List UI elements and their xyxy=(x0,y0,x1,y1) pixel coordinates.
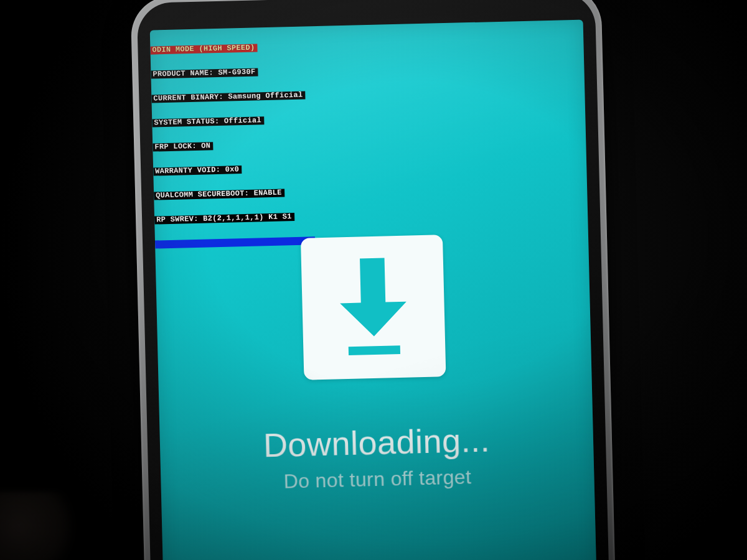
odin-blue-bar xyxy=(155,236,315,248)
odin-line-binary: CURRENT BINARY: Samsung Official xyxy=(151,91,305,103)
downloading-subtitle: Do not turn off target xyxy=(161,462,594,496)
odin-line-warranty: WARRANTY VOID: 0x0 xyxy=(153,166,242,175)
odin-line-product: PRODUCT NAME: SM-G930F xyxy=(151,68,258,78)
download-text-block: Downloading... Do not turn off target xyxy=(159,418,594,496)
odin-line-secureboot: QUALCOMM SECUREBOOT: ENABLE xyxy=(154,189,284,200)
download-icon xyxy=(301,235,446,380)
odin-line-swrev: RP SWREV: B2(2,1,1,1,1) K1 S1 xyxy=(154,213,294,224)
odin-mode-line: ODIN MODE (HIGH SPEED) xyxy=(150,44,257,54)
odin-line-system: SYSTEM STATUS: Official xyxy=(152,116,264,127)
svg-rect-0 xyxy=(349,345,400,355)
phone-screen: ODIN MODE (HIGH SPEED) PRODUCT NAME: SM-… xyxy=(150,20,597,560)
downloading-title: Downloading... xyxy=(159,418,593,467)
odin-debug-block: ODIN MODE (HIGH SPEED) PRODUCT NAME: SM-… xyxy=(150,26,316,264)
phone-body: ODIN MODE (HIGH SPEED) PRODUCT NAME: SM-… xyxy=(130,0,616,560)
odin-line-frp: FRP LOCK: ON xyxy=(153,142,213,151)
finger-shadow xyxy=(0,492,75,560)
photo-scene: ODIN MODE (HIGH SPEED) PRODUCT NAME: SM-… xyxy=(0,0,747,560)
download-arrow-icon xyxy=(325,254,422,361)
